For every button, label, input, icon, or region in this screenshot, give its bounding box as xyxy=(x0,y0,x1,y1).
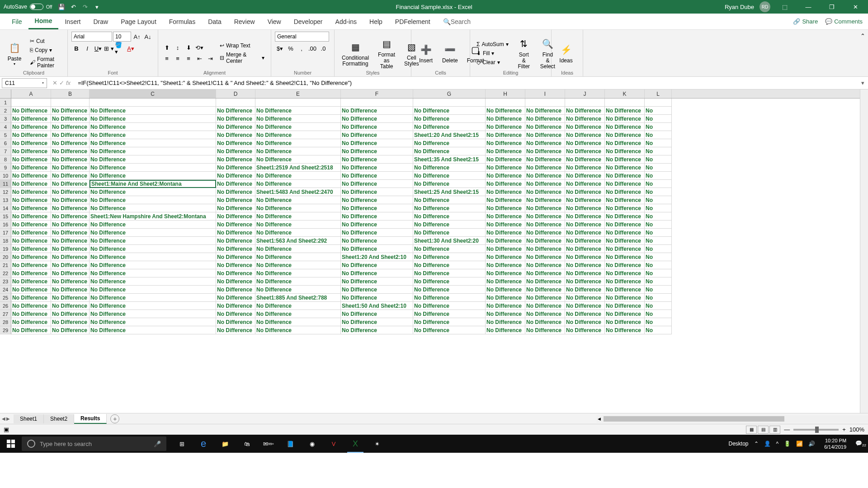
cell-I17[interactable]: No Difference xyxy=(525,229,565,237)
cell-G4[interactable]: No Difference xyxy=(413,123,486,131)
cell-H26[interactable]: No Difference xyxy=(486,302,525,310)
cell-C10[interactable]: No Difference xyxy=(90,172,216,180)
cell-K1[interactable] xyxy=(605,99,645,107)
cell-B12[interactable]: No Difference xyxy=(51,188,90,196)
cell-H5[interactable]: No Difference xyxy=(486,131,525,139)
cell-H13[interactable]: No Difference xyxy=(486,196,525,204)
cell-C26[interactable]: No Difference xyxy=(90,302,216,310)
cell-A24[interactable]: No Difference xyxy=(11,286,51,294)
cell-K24[interactable]: No Difference xyxy=(605,286,645,294)
row-header-17[interactable]: 17 xyxy=(0,229,11,237)
cell-J16[interactable]: No Difference xyxy=(565,221,605,229)
sheet-nav-next-icon[interactable]: ▶ xyxy=(6,416,10,421)
row-header-28[interactable]: 28 xyxy=(0,318,11,326)
bold-icon[interactable]: B xyxy=(71,43,81,53)
cell-H19[interactable]: No Difference xyxy=(486,245,525,253)
cell-E17[interactable]: No Difference xyxy=(255,229,341,237)
cell-I11[interactable]: No Difference xyxy=(525,180,565,188)
ribbon-options-icon[interactable]: ⬚ xyxy=(776,0,794,14)
cell-A5[interactable]: No Difference xyxy=(11,131,51,139)
cell-G11[interactable]: No Difference xyxy=(413,180,486,188)
cell-F11[interactable]: No Difference xyxy=(341,180,413,188)
people-icon[interactable]: 👤 xyxy=(764,441,771,447)
cell-B23[interactable]: No Difference xyxy=(51,277,90,286)
cell-G3[interactable]: No Difference xyxy=(413,115,486,123)
cell-C8[interactable]: No Difference xyxy=(90,155,216,164)
cell-B22[interactable]: No Difference xyxy=(51,269,90,277)
cell-E21[interactable]: No Difference xyxy=(255,261,341,269)
cell-D20[interactable]: No Difference xyxy=(216,253,255,261)
cell-F7[interactable]: No Difference xyxy=(341,147,413,155)
cell-A6[interactable]: No Difference xyxy=(11,139,51,147)
cell-B1[interactable] xyxy=(51,99,90,107)
cell-D19[interactable]: No Difference xyxy=(216,245,255,253)
cell-H9[interactable]: No Difference xyxy=(486,164,525,172)
cell-G1[interactable] xyxy=(413,99,486,107)
cell-H8[interactable]: No Difference xyxy=(486,155,525,164)
cell-I23[interactable]: No Difference xyxy=(525,277,565,286)
row-header-27[interactable]: 27 xyxy=(0,310,11,318)
autosum-button[interactable]: Σ AutoSum ▾ xyxy=(474,40,511,48)
tab-review[interactable]: Review xyxy=(228,14,261,29)
number-format-select[interactable] xyxy=(275,32,329,42)
cell-I19[interactable]: No Difference xyxy=(525,245,565,253)
cell-A10[interactable]: No Difference xyxy=(11,172,51,180)
cell-J11[interactable]: No Difference xyxy=(565,180,605,188)
cell-F23[interactable]: No Difference xyxy=(341,277,413,286)
row-header-13[interactable]: 13 xyxy=(0,196,11,204)
col-header-K[interactable]: K xyxy=(605,89,645,98)
volume-icon[interactable]: 🔊 xyxy=(808,441,815,447)
cell-G24[interactable]: No Difference xyxy=(413,286,486,294)
explorer-icon[interactable]: 📁 xyxy=(215,435,235,453)
col-header-B[interactable]: B xyxy=(51,89,90,98)
cell-C20[interactable]: No Difference xyxy=(90,253,216,261)
cell-A23[interactable]: No Difference xyxy=(11,277,51,286)
cell-K8[interactable]: No Difference xyxy=(605,155,645,164)
col-header-H[interactable]: H xyxy=(486,89,525,98)
increase-font-icon[interactable]: A↑ xyxy=(132,32,142,42)
cell-E4[interactable]: No Difference xyxy=(255,123,341,131)
indent-decrease-icon[interactable]: ⇤ xyxy=(194,54,204,64)
cell-K9[interactable]: No Difference xyxy=(605,164,645,172)
cell-G18[interactable]: Sheet1:30 And Sheet2:20 xyxy=(413,237,486,245)
italic-icon[interactable]: I xyxy=(82,43,92,53)
cell-H23[interactable]: No Difference xyxy=(486,277,525,286)
cell-C14[interactable]: No Difference xyxy=(90,204,216,212)
cell-A27[interactable]: No Difference xyxy=(11,310,51,318)
cell-G10[interactable]: No Difference xyxy=(413,172,486,180)
tab-formulas[interactable]: Formulas xyxy=(163,14,202,29)
cell-D15[interactable]: No Difference xyxy=(216,212,255,221)
cell-A1[interactable] xyxy=(11,99,51,107)
align-top-icon[interactable]: ⬆ xyxy=(162,43,172,53)
cell-F26[interactable]: Sheet1:50 And Sheet2:10 xyxy=(341,302,413,310)
sheet-tab-results[interactable]: Results xyxy=(74,414,107,424)
cell-H7[interactable]: No Difference xyxy=(486,147,525,155)
col-header-D[interactable]: D xyxy=(216,89,255,98)
user-name[interactable]: Ryan Dube xyxy=(725,4,754,10)
cell-G7[interactable]: No Difference xyxy=(413,147,486,155)
cell-C5[interactable]: No Difference xyxy=(90,131,216,139)
cell-D27[interactable]: No Difference xyxy=(216,310,255,318)
cell-H24[interactable]: No Difference xyxy=(486,286,525,294)
cell-J10[interactable]: No Difference xyxy=(565,172,605,180)
row-header-4[interactable]: 4 xyxy=(0,123,11,131)
select-all-corner[interactable] xyxy=(0,89,11,99)
cell-I15[interactable]: No Difference xyxy=(525,212,565,221)
cell-C21[interactable]: No Difference xyxy=(90,261,216,269)
cell-A8[interactable]: No Difference xyxy=(11,155,51,164)
font-color-icon[interactable]: A▾ xyxy=(126,43,136,53)
format-as-table-button[interactable]: ▤Format as Table xyxy=(374,32,399,75)
cell-C3[interactable]: No Difference xyxy=(90,115,216,123)
delete-cells-button[interactable]: ➖Delete xyxy=(439,32,462,75)
indent-increase-icon[interactable]: ⇥ xyxy=(205,54,215,64)
cell-B6[interactable]: No Difference xyxy=(51,139,90,147)
record-macro-icon[interactable]: ▣ xyxy=(4,426,9,433)
cell-C16[interactable]: No Difference xyxy=(90,221,216,229)
cell-J22[interactable]: No Difference xyxy=(565,269,605,277)
cell-C13[interactable]: No Difference xyxy=(90,196,216,204)
cell-K23[interactable]: No Difference xyxy=(605,277,645,286)
cell-K12[interactable]: No Difference xyxy=(605,188,645,196)
cell-E20[interactable]: No Difference xyxy=(255,253,341,261)
cell-J14[interactable]: No Difference xyxy=(565,204,605,212)
cell-I14[interactable]: No Difference xyxy=(525,204,565,212)
